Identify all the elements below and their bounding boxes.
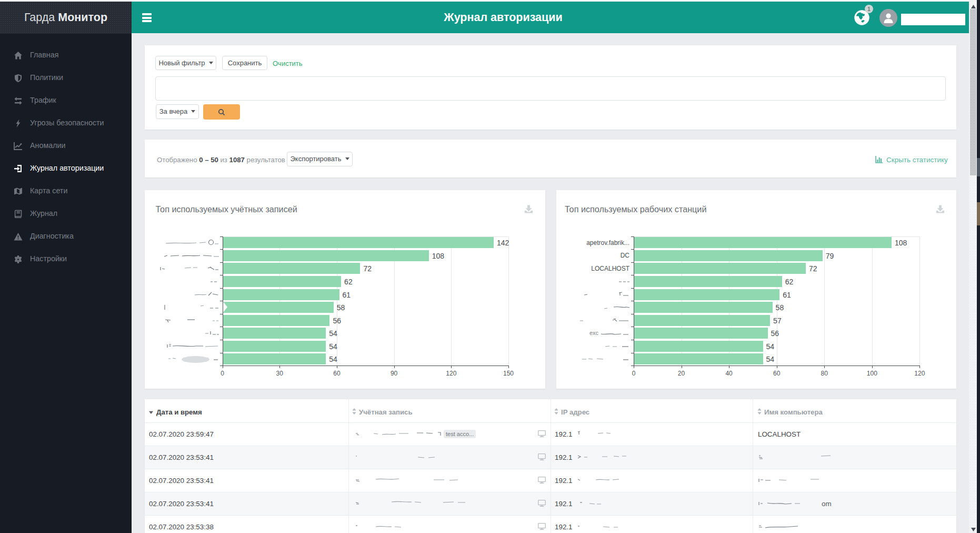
svg-text:exc: exc — [589, 330, 599, 336]
